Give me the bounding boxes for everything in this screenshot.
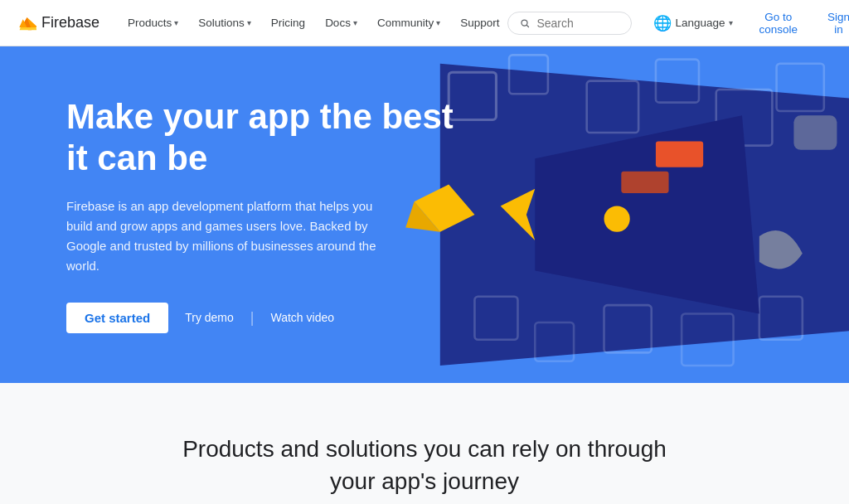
chevron-down-icon: ▾ bbox=[174, 18, 178, 27]
go-to-console-button[interactable]: Go to console bbox=[748, 5, 810, 41]
nav-right: 🌐 Language ▾ Go to console Sign in bbox=[645, 5, 849, 41]
nav-item-products[interactable]: Products ▾ bbox=[119, 12, 187, 34]
nav-label-docs: Docs bbox=[325, 17, 351, 29]
nav-label-support: Support bbox=[460, 17, 499, 29]
nav-label-solutions: Solutions bbox=[198, 17, 245, 29]
nav-label-products: Products bbox=[128, 17, 172, 29]
get-started-button[interactable]: Get started bbox=[66, 303, 168, 333]
chevron-down-icon: ▾ bbox=[353, 18, 357, 27]
svg-rect-18 bbox=[656, 141, 703, 167]
hero-description: Firebase is an app development platform … bbox=[66, 196, 390, 276]
hero-title: Make your app the best it can be bbox=[66, 96, 464, 180]
firebase-logo[interactable]: Firebase bbox=[13, 12, 99, 35]
search-bar[interactable] bbox=[507, 12, 632, 35]
search-icon bbox=[520, 17, 530, 30]
nav-item-docs[interactable]: Docs ▾ bbox=[317, 12, 366, 34]
globe-icon: 🌐 bbox=[653, 14, 672, 32]
try-demo-link[interactable]: Try demo bbox=[185, 311, 234, 324]
chevron-down-icon: ▾ bbox=[729, 18, 733, 27]
language-label: Language bbox=[675, 17, 725, 29]
chevron-down-icon: ▾ bbox=[436, 18, 440, 27]
divider: | bbox=[250, 309, 255, 327]
search-input[interactable] bbox=[536, 17, 619, 30]
hero-content: Make your app the best it can be Firebas… bbox=[66, 96, 464, 333]
hero-section: Make your app the best it can be Firebas… bbox=[0, 46, 849, 383]
svg-point-20 bbox=[604, 206, 630, 231]
navbar: Firebase Products ▾ Solutions ▾ Pricing … bbox=[0, 0, 849, 46]
svg-line-1 bbox=[527, 25, 529, 27]
nav-label-pricing: Pricing bbox=[271, 17, 305, 29]
chevron-down-icon: ▾ bbox=[247, 18, 251, 27]
firebase-flame-icon bbox=[13, 12, 36, 35]
sign-in-button[interactable]: Sign in bbox=[816, 5, 849, 41]
nav-item-support[interactable]: Support bbox=[452, 12, 507, 34]
nav-label-community: Community bbox=[377, 17, 434, 29]
svg-rect-19 bbox=[621, 172, 668, 193]
watch-video-link[interactable]: Watch video bbox=[271, 311, 335, 324]
language-button[interactable]: 🌐 Language ▾ bbox=[645, 9, 740, 37]
nav-item-pricing[interactable]: Pricing bbox=[263, 12, 313, 34]
products-section: Products and solutions you can rely on t… bbox=[0, 383, 849, 504]
nav-item-community[interactable]: Community ▾ bbox=[369, 12, 449, 34]
hero-actions: Get started Try demo | Watch video bbox=[66, 303, 464, 333]
products-section-title: Products and solutions you can rely on t… bbox=[176, 433, 673, 497]
svg-rect-21 bbox=[793, 115, 837, 150]
nav-items: Products ▾ Solutions ▾ Pricing Docs ▾ Co… bbox=[119, 12, 507, 34]
firebase-wordmark: Firebase bbox=[41, 14, 99, 32]
nav-item-solutions[interactable]: Solutions ▾ bbox=[190, 12, 260, 34]
